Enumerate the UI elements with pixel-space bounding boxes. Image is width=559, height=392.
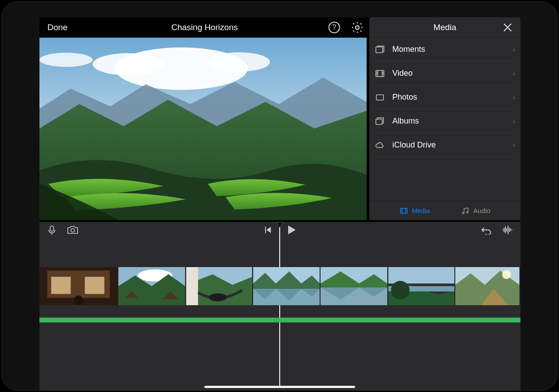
clip-thumbnail — [118, 267, 185, 305]
clip-thumbnail — [455, 267, 520, 305]
media-panel-header: Media — [369, 17, 520, 38]
go-to-start-button[interactable] — [263, 225, 272, 236]
cloud-icon — [375, 140, 392, 151]
media-item-albums[interactable]: Albums › — [375, 109, 515, 133]
media-item-video[interactable]: Video › — [375, 62, 515, 85]
svg-rect-10 — [400, 208, 407, 213]
timeline-clip[interactable] — [253, 267, 320, 305]
tab-media[interactable]: Media — [399, 206, 430, 215]
svg-point-4 — [208, 52, 270, 72]
camera-button[interactable] — [67, 225, 78, 237]
svg-point-24 — [208, 293, 227, 301]
media-item-label: iCloud Drive — [392, 140, 513, 150]
clip-thumbnail — [186, 267, 252, 305]
video-icon — [375, 68, 392, 79]
timeline-area — [39, 222, 520, 391]
media-item-photos[interactable]: Photos › — [375, 85, 515, 109]
svg-point-0 — [356, 26, 359, 29]
svg-rect-6 — [376, 47, 383, 53]
audio-waveform-button[interactable] — [502, 225, 512, 237]
media-list: Moments › Video › Photos › — [369, 38, 520, 157]
svg-rect-8 — [376, 95, 383, 100]
media-item-label: Moments — [392, 45, 513, 54]
svg-point-12 — [466, 211, 468, 213]
svg-rect-9 — [376, 119, 382, 124]
help-button[interactable]: ? — [328, 22, 340, 33]
waveform-icon — [502, 225, 512, 235]
chevron-right-icon: › — [513, 93, 515, 101]
timeline-clip[interactable] — [388, 267, 455, 305]
clip-thumbnail — [388, 267, 455, 305]
tablet-frame: Done Chasing Horizons ? — [1, 1, 558, 391]
media-item-label: Video — [392, 69, 513, 78]
undo-button[interactable] — [481, 225, 492, 237]
play-button[interactable] — [287, 225, 297, 237]
clip-thumbnail — [321, 267, 387, 305]
timeline-clip[interactable] — [39, 267, 117, 305]
gear-icon — [351, 21, 364, 34]
film-icon — [399, 206, 408, 215]
svg-rect-17 — [51, 277, 70, 294]
media-item-moments[interactable]: Moments › — [375, 38, 515, 62]
chevron-right-icon: › — [513, 117, 515, 125]
header-bar: Done Chasing Horizons ? — [39, 17, 370, 38]
chevron-right-icon: › — [513, 46, 515, 54]
clip-thumbnail — [39, 267, 117, 305]
svg-point-14 — [71, 229, 74, 232]
svg-rect-18 — [85, 277, 104, 294]
svg-point-31 — [391, 281, 410, 299]
media-item-label: Photos — [392, 93, 513, 102]
tab-media-label: Media — [412, 207, 430, 214]
chevron-right-icon: › — [513, 70, 515, 78]
microphone-icon — [47, 225, 56, 236]
video-preview[interactable] — [39, 38, 367, 220]
preview-image — [39, 38, 367, 220]
timeline-track[interactable] — [39, 267, 520, 305]
timeline-clip[interactable] — [186, 267, 252, 305]
chevron-right-icon: › — [513, 141, 515, 149]
tab-audio[interactable]: Audio — [461, 206, 490, 215]
media-panel: Media Moments › Video — [369, 17, 520, 220]
music-icon — [461, 206, 470, 215]
svg-point-5 — [39, 53, 93, 67]
media-item-icloud[interactable]: iCloud Drive › — [375, 133, 515, 157]
help-icon: ? — [332, 23, 336, 31]
media-item-label: Albums — [392, 116, 513, 126]
photos-icon — [375, 92, 392, 103]
moments-icon — [375, 44, 392, 55]
svg-rect-7 — [376, 70, 384, 77]
close-icon — [503, 23, 512, 32]
audio-track[interactable] — [39, 318, 520, 322]
record-voiceover-button[interactable] — [47, 225, 56, 237]
media-panel-title: Media — [434, 23, 457, 32]
albums-icon — [375, 116, 392, 127]
media-tabs: Media Audio — [369, 201, 520, 220]
clip-thumbnail — [253, 267, 320, 305]
camera-icon — [67, 225, 78, 235]
svg-rect-13 — [50, 226, 54, 231]
svg-point-33 — [502, 270, 511, 279]
svg-rect-23 — [186, 267, 198, 305]
tab-audio-label: Audio — [473, 207, 490, 214]
playhead-line[interactable] — [279, 227, 280, 388]
app-window: Done Chasing Horizons ? — [39, 17, 520, 379]
timeline-clip[interactable] — [118, 267, 185, 305]
home-indicator[interactable] — [204, 386, 355, 388]
timeline-clip[interactable] — [455, 267, 520, 305]
settings-button[interactable] — [351, 21, 364, 34]
skip-back-icon — [263, 225, 272, 234]
project-title: Chasing Horizons — [39, 23, 370, 32]
media-close-button[interactable] — [503, 23, 512, 32]
svg-point-3 — [93, 53, 164, 75]
timeline-clip[interactable] — [321, 267, 387, 305]
play-icon — [287, 225, 297, 235]
svg-point-11 — [462, 212, 464, 214]
undo-icon — [481, 225, 492, 235]
svg-rect-29 — [388, 267, 455, 283]
svg-point-19 — [74, 295, 83, 305]
